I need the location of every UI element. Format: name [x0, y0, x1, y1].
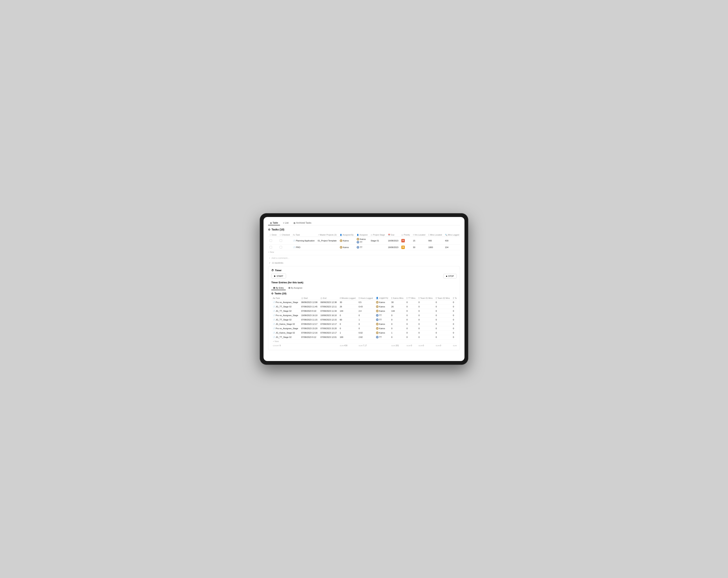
te-task-0: 📄Pro no_Assignee_Stage — [271, 300, 300, 305]
te-start-3: 10/08/2023 16:10 — [300, 313, 319, 318]
tab-list[interactable]: ≡ List — [281, 221, 290, 225]
te-end-6: 07/08/2023 15:20 — [319, 326, 338, 331]
te-team0x-8: 0 — [451, 335, 457, 339]
new-task-button[interactable]: + New — [268, 251, 460, 253]
backlinks-icon: ✓ — [269, 262, 270, 264]
te-start-2: 07/08/2023 9:10 — [300, 309, 319, 313]
task-name-1[interactable]: 📄 Planning Application — [291, 237, 316, 245]
te-hrs-6: 0 — [357, 326, 374, 331]
te-end-0: 08/08/2023 12:38 — [319, 300, 338, 305]
due-1: 16/08/2023 — [386, 237, 400, 245]
te-end-5: 07/08/2023 12:17 — [319, 322, 338, 326]
te-tt-6: 0 — [405, 326, 417, 331]
te-hrs-5: 0 — [357, 322, 374, 326]
te-logged-by-7: K Kairos — [374, 331, 390, 335]
hrs-1: 15 — [411, 237, 427, 245]
te-team0x-2: 0 — [451, 309, 457, 313]
col-te-logged-by: 👤 Logged by — [374, 296, 390, 300]
te-task-5: 📄JG_Kairos_Stage 02 — [271, 322, 300, 326]
done-checkbox-2[interactable] — [268, 245, 278, 250]
te-team02-0: 0 — [434, 300, 451, 305]
te-team0x-5: 0 — [451, 322, 457, 326]
tab-table[interactable]: ▦ Table — [268, 221, 280, 225]
col-checked: ☐Checked — [278, 233, 291, 237]
timer-entries-title: Timer Entries (for this task) — [271, 281, 457, 284]
te-task-7: 📄JG_Kairos_Stage 02 — [271, 331, 300, 335]
te-logged-by-4: T TT — [374, 318, 390, 322]
te-logged-by-3: T TT — [374, 313, 390, 318]
sum-team02: SUM0 — [434, 343, 451, 347]
col-te-kairos: Σ Kairos Mins — [390, 296, 405, 300]
te-mins-3: 0 — [338, 313, 357, 318]
backlinks[interactable]: ✓ 11 backlinks — [268, 261, 460, 266]
te-team01-4: 0 — [417, 318, 434, 322]
list-icon: ≡ — [283, 222, 284, 224]
timer-table-row: 📄JG_Kairos_Stage 02 07/08/2023 12:16 07/… — [271, 331, 457, 335]
tab-by-entry[interactable]: ▦ By Entry — [271, 286, 286, 290]
assigned-by-1: K Kairos — [338, 237, 355, 245]
tasks-title-icon: ⊙ — [268, 228, 270, 231]
tasks-section-title: ⊙ Tasks (10) — [268, 228, 460, 231]
te-hrs-4: 1 — [357, 318, 374, 322]
avatar-kairos-2: K — [340, 246, 342, 248]
te-hrs-2: 2.4 — [357, 309, 374, 313]
doc-icon: 📄 — [293, 240, 295, 242]
te-hrs-1: 0.43 — [357, 305, 374, 309]
te-start-0: 08/08/2023 12:08 — [300, 300, 319, 305]
archived-icon: ▦ — [293, 222, 295, 224]
sum-row: COUNT9 SUM430 SUM7.17 SUM201 SUM0 SUM0 S… — [271, 343, 457, 347]
te-hrs-3: 0 — [357, 313, 374, 318]
te-team01-6: 0 — [417, 326, 434, 331]
timer-table-row: 📄JG_TT_Stage 02 07/08/2023 9:10 07/08/20… — [271, 309, 457, 313]
te-hrs-7: 0.02 — [357, 331, 374, 335]
timer-table-wrapper: Aa Task ◷ Start ◷ End # Minutes Logged Σ… — [271, 296, 457, 347]
table-row: 📄 PRO K Kairos — [268, 245, 460, 250]
sum-hrs: SUM7.17 — [357, 343, 374, 347]
task-name-2[interactable]: 📄 PRO — [291, 245, 316, 250]
te-logged-by-1: K Kairos — [374, 305, 390, 309]
te-mins-5: 0 — [338, 322, 357, 326]
comment-placeholder[interactable]: Add a comment... — [271, 257, 289, 259]
doc-icon-2: 📄 — [293, 246, 295, 248]
te-kairos-6: 0 — [390, 326, 405, 331]
new-timer-row[interactable]: + New — [271, 339, 457, 343]
col-assigned-by: 👤Assigned By — [338, 233, 355, 237]
te-tt-4: 0 — [405, 318, 417, 322]
tab-by-assignee[interactable]: ▦ By Assignee — [286, 286, 305, 290]
sum-empty2 — [319, 343, 338, 347]
te-team02-8: 0 — [434, 335, 451, 339]
tabs-row: ▦ Table ≡ List ▦ Archived Tasks — [268, 221, 460, 225]
tasks-icon: ⊙ — [271, 292, 274, 295]
te-logged-by-0: K Kairos — [374, 300, 390, 305]
stop-button[interactable]: ■ STOP — [443, 274, 457, 279]
te-team01-0: 0 — [417, 300, 434, 305]
start-button[interactable]: ▶ START — [271, 274, 286, 279]
te-task-6: 📄Pro no_Assignee_Stage — [271, 326, 300, 331]
assignee-1: KKairos TTT — [355, 237, 369, 245]
te-team02-6: 0 — [434, 326, 451, 331]
te-tt-0: 0 — [405, 300, 417, 305]
te-team02-5: 0 — [434, 322, 451, 326]
assigned-by-2: K Kairos — [338, 245, 355, 250]
mins-logged-2: 104 — [443, 245, 460, 250]
te-start-8: 07/08/2023 9:12 — [300, 335, 319, 339]
avatar: T — [376, 318, 379, 321]
avatar: K — [376, 301, 379, 304]
tab-archived[interactable]: ▦ Archived Tasks — [292, 221, 313, 225]
timer-table-row: 📄JG_TT_Stage 02 07/08/2023 11:45 07/08/2… — [271, 305, 457, 309]
col-te-hrs: Σ Hours Logged — [357, 296, 374, 300]
te-end-4: 07/08/2023 12:15 — [319, 318, 338, 322]
tasks-table-wrapper: ☐Done ☐Checked AaTask ↗Master Projects (… — [268, 233, 460, 255]
avatar: K — [376, 305, 379, 308]
stop-icon: ■ — [446, 275, 447, 277]
te-task-1: 📄JG_TT_Stage 02 — [271, 305, 300, 309]
timer-table-row: 📄Pro no_Assignee_Stage 10/08/2023 16:10 … — [271, 313, 457, 318]
checked-checkbox-2[interactable] — [278, 245, 291, 250]
avatar: K — [376, 332, 379, 334]
col-project-stage: ◷Project Stage — [369, 233, 386, 237]
col-te-team01: Σ Team 01 Mins — [417, 296, 434, 300]
te-team0x-1: 0 — [451, 305, 457, 309]
col-te-task: Aa Task — [271, 296, 300, 300]
checked-checkbox-1[interactable] — [278, 237, 291, 245]
done-checkbox-1[interactable] — [268, 237, 278, 245]
